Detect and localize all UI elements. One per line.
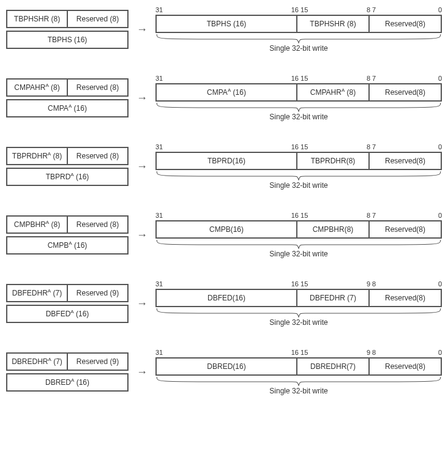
dst-field-reserved: Reserved(8): [368, 153, 441, 169]
source-registers: DBFEDHRA (7)Reserved (9)DBFEDA (16): [6, 284, 129, 323]
destination-register: 3116 158 70TBPRD(16)TBPRDHR(8)Reserved(8…: [155, 143, 442, 190]
src-lo-register: DBFEDA (16): [6, 305, 129, 323]
bit-num: 16: [291, 75, 299, 82]
bit-num: 8: [370, 280, 376, 288]
brace-icon: [155, 170, 442, 181]
dst-field-reserved: Reserved(8): [368, 359, 441, 374]
src-reserved-field: Reserved (8): [68, 217, 127, 232]
dst-32bit-register: CMPAA (16)CMPAHRA (8)Reserved(8): [155, 83, 442, 102]
register-row: TBPRDHRA (8)Reserved (8)TBPRDA (16)→3116…: [6, 143, 442, 190]
bit-num: 15: [299, 6, 308, 13]
source-registers: TBPHSHR (8)Reserved (8)TBPHS (16): [6, 10, 129, 49]
destination-register: 3116 158 70TBPHS (16)TBPHSHR (8)Reserved…: [155, 6, 442, 53]
dst-32bit-register: DBFED(16)DBFEDHR (7)Reserved(8): [155, 289, 442, 307]
destination-register: 3116 159 80DBRED(16)DBREDHR(7)Reserved(8…: [155, 349, 442, 395]
bit-num: 15: [299, 212, 308, 219]
caption-text: Single 32-bit write: [155, 113, 442, 121]
source-registers: CMPBHRA (8)Reserved (8)CMPBA (16): [6, 215, 129, 255]
bit-num: 15: [299, 280, 308, 288]
dst-field-hr: TBPRDHR(8): [296, 153, 368, 169]
dst-field-reserved: Reserved(8): [368, 221, 441, 237]
bit-num: 7: [370, 6, 376, 13]
bit-num: 31: [155, 212, 163, 219]
src-reserved-field: Reserved (8): [68, 80, 127, 95]
source-registers: DBREDHRA (7)Reserved (9)DBREDA (16): [6, 352, 129, 392]
bit-labels: 3116 158 70: [155, 75, 442, 83]
caption-text: Single 32-bit write: [155, 387, 442, 395]
bit-num: 0: [438, 143, 442, 151]
brace-icon: [155, 102, 442, 113]
src-hr-field: CMPAHRA (8): [7, 80, 68, 95]
bit-labels: 3116 159 80: [155, 349, 442, 357]
src-hr-field: DBFEDHRA (7): [7, 285, 68, 301]
src-reserved-field: Reserved (9): [68, 354, 127, 370]
caption-text: Single 32-bit write: [155, 44, 442, 53]
bit-num: 31: [155, 143, 163, 151]
destination-register: 3116 158 70CMPAA (16)CMPAHRA (8)Reserved…: [155, 75, 442, 121]
dst-field-main: TBPHS (16): [157, 16, 296, 32]
dst-field-reserved: Reserved(8): [368, 84, 441, 100]
dst-field-hr: CMPAHRA (8): [296, 84, 368, 100]
brace-icon: [155, 376, 442, 387]
dst-field-hr: TBPHSHR (8): [296, 16, 368, 32]
arrow-right-icon: →: [136, 92, 148, 105]
bit-num: 31: [155, 280, 163, 288]
src-hi-register: CMPAHRA (8)Reserved (8): [6, 78, 129, 97]
dst-field-reserved: Reserved(8): [368, 16, 441, 32]
src-reserved-field: Reserved (9): [68, 285, 127, 301]
register-row: DBREDHRA (7)Reserved (9)DBREDA (16)→3116…: [6, 349, 442, 395]
src-hr-field: DBREDHRA (7): [7, 354, 68, 370]
brace-icon: [155, 307, 442, 318]
dst-32bit-register: TBPRD(16)TBPRDHR(8)Reserved(8): [155, 152, 442, 170]
bit-labels: 3116 158 70: [155, 6, 442, 15]
src-hi-register: DBREDHRA (7)Reserved (9): [6, 352, 129, 371]
caption-text: Single 32-bit write: [155, 318, 442, 327]
src-lo-register: CMPAA (16): [6, 99, 129, 117]
src-reserved-field: Reserved (8): [68, 148, 127, 164]
src-hi-register: TBPRDHRA (8)Reserved (8): [6, 147, 129, 165]
bit-num: 31: [155, 6, 163, 13]
src-lo-register: TBPRDA (16): [6, 168, 129, 186]
bit-num: 7: [370, 75, 376, 82]
src-hi-register: CMPBHRA (8)Reserved (8): [6, 215, 129, 234]
caption-text: Single 32-bit write: [155, 181, 442, 190]
dst-32bit-register: DBRED(16)DBREDHR(7)Reserved(8): [155, 357, 442, 376]
bit-num: 0: [438, 75, 442, 82]
src-lo-register: CMPBA (16): [6, 236, 129, 255]
dst-field-main: DBFED(16): [157, 290, 296, 306]
destination-register: 3116 158 70CMPB(16)CMPBHR(8)Reserved(8) …: [155, 212, 442, 258]
dst-field-hr: DBFEDHR (7): [296, 290, 368, 306]
bit-num: 7: [370, 212, 376, 219]
src-hr-field: TBPRDHRA (8): [7, 148, 68, 164]
bit-num: 0: [438, 280, 442, 288]
bit-labels: 3116 158 70: [155, 212, 442, 220]
src-reserved-field: Reserved (8): [68, 11, 127, 27]
brace-icon: [155, 239, 442, 250]
dst-field-main: CMPB(16): [157, 221, 296, 237]
src-hr-field: CMPBHRA (8): [7, 217, 68, 232]
dst-32bit-register: TBPHS (16)TBPHSHR (8)Reserved(8): [155, 15, 442, 33]
dst-field-reserved: Reserved(8): [368, 290, 441, 306]
bit-num: 31: [155, 75, 163, 82]
arrow-right-icon: →: [136, 366, 148, 379]
register-row: TBPHSHR (8)Reserved (8)TBPHS (16)→3116 1…: [6, 6, 442, 53]
src-hi-register: TBPHSHR (8)Reserved (8): [6, 10, 129, 28]
src-lo-register: DBREDA (16): [6, 373, 129, 392]
arrow-right-icon: →: [136, 297, 148, 310]
bit-labels: 3116 158 70: [155, 143, 442, 152]
brace-icon: [155, 33, 442, 44]
arrow-right-icon: →: [136, 160, 148, 173]
dst-field-main: CMPAA (16): [157, 84, 296, 100]
source-registers: CMPAHRA (8)Reserved (8)CMPAA (16): [6, 78, 129, 117]
bit-num: 7: [370, 143, 376, 151]
src-hr-field: TBPHSHR (8): [7, 11, 68, 27]
bit-num: 16: [291, 143, 299, 151]
dst-field-hr: CMPBHR(8): [296, 221, 368, 237]
destination-register: 3116 159 80DBFED(16)DBFEDHR (7)Reserved(…: [155, 280, 442, 327]
bit-labels: 3116 159 80: [155, 280, 442, 289]
register-row: CMPAHRA (8)Reserved (8)CMPAA (16)→3116 1…: [6, 75, 442, 121]
bit-num: 15: [299, 143, 308, 151]
dst-field-main: TBPRD(16): [157, 153, 296, 169]
bit-num: 16: [291, 349, 299, 356]
src-lo-register: TBPHS (16): [6, 31, 129, 49]
